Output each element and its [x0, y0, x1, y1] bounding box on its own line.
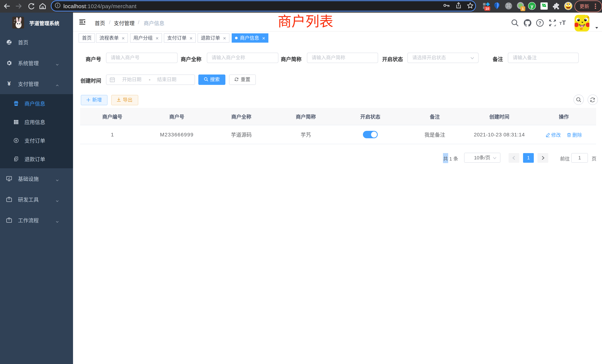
svg-text:y: y	[531, 3, 533, 9]
svg-text:T: T	[562, 19, 566, 26]
svg-text:¥: ¥	[7, 81, 11, 87]
svg-text:10: 10	[485, 7, 489, 11]
svg-text:?: ?	[538, 20, 541, 26]
svg-text:1: 1	[522, 7, 524, 11]
svg-text:⌘: ⌘	[506, 3, 511, 9]
svg-text:T: T	[559, 21, 562, 26]
svg-text:更新: 更新	[580, 4, 589, 9]
